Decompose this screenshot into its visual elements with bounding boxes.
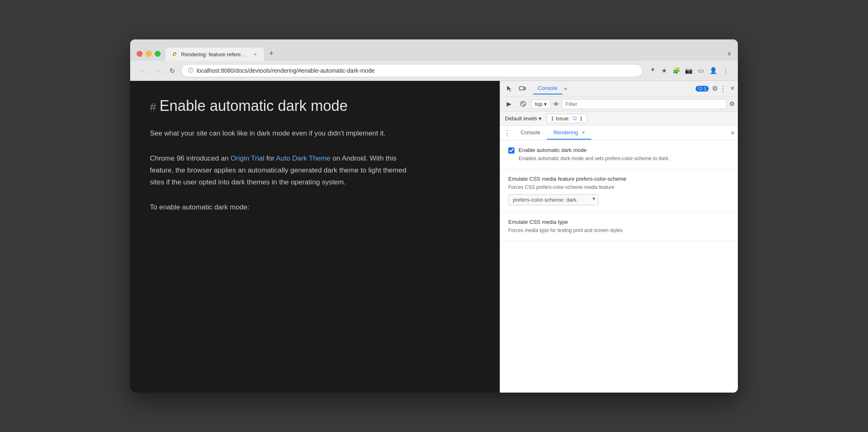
- block-icon: [520, 101, 526, 107]
- panel-more-button[interactable]: ⋮: [503, 129, 511, 138]
- tab-title: Rendering: feature reference -: [181, 51, 248, 57]
- collapse-button[interactable]: ∨: [727, 50, 731, 57]
- extensions-button[interactable]: 🧩: [671, 65, 682, 76]
- para-3: To enable automatic dark mode:: [150, 202, 413, 214]
- color-scheme-section: Emulate CSS media feature prefers-color-…: [500, 169, 738, 212]
- badge-count: 1: [704, 86, 706, 91]
- close-button[interactable]: [137, 51, 142, 57]
- devtools-camera-button[interactable]: 📷: [683, 65, 694, 76]
- color-scheme-select[interactable]: prefers-color-scheme: no-preference pref…: [508, 194, 599, 205]
- devtools-toolbar: Console » 🗨 1 ⚙ ⋮ ×: [500, 81, 738, 97]
- page-heading: # Enable automatic dark mode: [150, 97, 480, 115]
- minimize-button[interactable]: [146, 51, 152, 57]
- dark-mode-checkbox-row: Enable automatic dark mode Enables autom…: [508, 147, 730, 162]
- dark-mode-checkbox[interactable]: [508, 147, 514, 154]
- chrome-favicon-icon: [171, 51, 178, 57]
- page-content: # Enable automatic dark mode See what yo…: [130, 81, 500, 393]
- console-settings-button[interactable]: ⚙: [729, 100, 735, 108]
- forward-button[interactable]: →: [152, 65, 163, 76]
- main-content: # Enable automatic dark mode See what yo…: [130, 81, 738, 393]
- title-bar: Rendering: feature reference - × + ∨: [130, 39, 738, 61]
- device-icon: [519, 85, 526, 92]
- issues-count: 1: [580, 115, 583, 122]
- devtools-close-button[interactable]: ×: [730, 84, 735, 93]
- default-levels-button[interactable]: Default levels ▾: [505, 115, 542, 122]
- heading-text: Enable automatic dark mode: [160, 97, 348, 115]
- panel-tabs: ⋮ Console Rendering × ×: [500, 126, 738, 140]
- origin-trial-link[interactable]: Origin Trial: [231, 154, 264, 162]
- svg-rect-3: [649, 71, 654, 71]
- bookmark-button[interactable]: ★: [658, 65, 670, 76]
- svg-rect-4: [519, 87, 524, 90]
- auto-dark-theme-link[interactable]: Auto Dark Theme: [276, 154, 331, 162]
- levels-bar: Default levels ▾ 1 Issue: 🗨 1: [500, 112, 738, 126]
- svg-line-7: [521, 102, 525, 106]
- dark-mode-title: Enable automatic dark mode: [519, 147, 670, 153]
- address-bar: ← → ↻ ⓘ localhost:8080/docs/devtools/ren…: [130, 61, 738, 81]
- media-type-title: Emulate CSS media type: [508, 219, 730, 225]
- para2-before: Chrome 96 introduced an: [150, 154, 231, 162]
- media-type-section: Emulate CSS media type Forces media type…: [500, 212, 738, 241]
- issues-label: 1 Issue:: [551, 115, 570, 122]
- info-icon: ⓘ: [188, 67, 193, 74]
- devtools-panel: Console » 🗨 1 ⚙ ⋮ × ▶: [500, 81, 738, 393]
- sidebar-toggle-button[interactable]: ▶: [503, 98, 515, 110]
- devtools-more-tabs-button[interactable]: »: [563, 84, 569, 93]
- badge-icon: 🗨: [698, 86, 703, 91]
- rendering-panel-tab[interactable]: Rendering ×: [547, 126, 592, 140]
- tabs-area: Rendering: feature reference - × + ∨: [165, 48, 731, 61]
- context-label: top: [535, 101, 542, 107]
- back-button[interactable]: ←: [137, 65, 148, 76]
- devtools-tabs: Console »: [533, 83, 689, 94]
- para-1: See what your site can look like in dark…: [150, 128, 413, 140]
- dark-mode-section: Enable automatic dark mode Enables autom…: [500, 140, 738, 169]
- context-dropdown-icon: ▾: [544, 101, 547, 107]
- color-scheme-title: Emulate CSS media feature prefers-color-…: [508, 176, 730, 182]
- inspect-element-button[interactable]: [503, 83, 515, 94]
- devtools-console-tab[interactable]: Console: [533, 83, 563, 94]
- address-text: localhost:8080/docs/devtools/rendering/#…: [197, 67, 636, 74]
- issues-badge[interactable]: 1 Issue: 🗨 1: [547, 114, 587, 123]
- inspect-icon: [505, 85, 513, 92]
- traffic-lights: [137, 51, 161, 57]
- panel-close-button[interactable]: ×: [731, 129, 735, 137]
- svg-rect-5: [524, 87, 526, 90]
- color-scheme-desc: Forces CSS prefers-color-scheme media fe…: [508, 184, 730, 191]
- tab-close-button[interactable]: ×: [252, 51, 258, 57]
- refresh-button[interactable]: ↻: [166, 65, 178, 76]
- address-field[interactable]: ⓘ localhost:8080/docs/devtools/rendering…: [181, 64, 643, 77]
- chrome-menu-button[interactable]: ⋮: [720, 65, 731, 76]
- dark-mode-section-content: Enable automatic dark mode Enables autom…: [519, 147, 670, 162]
- clear-console-button[interactable]: [517, 98, 529, 110]
- devtools-menu-button[interactable]: ⋮: [719, 84, 727, 93]
- para-2: Chrome 96 introduced an Origin Trial for…: [150, 153, 413, 188]
- console-toolbar: ▶ top ▾ 👁 ⚙: [500, 97, 738, 112]
- color-scheme-select-wrapper: prefers-color-scheme: no-preference pref…: [508, 191, 599, 205]
- media-type-desc: Forces media type for testing print and …: [508, 227, 730, 234]
- console-filter-input[interactable]: [562, 99, 727, 109]
- active-tab[interactable]: Rendering: feature reference - ×: [165, 48, 264, 61]
- para2-mid: for: [266, 154, 276, 162]
- maximize-button[interactable]: [155, 51, 161, 57]
- issues-icon: 🗨: [572, 116, 577, 122]
- rendering-tab-close[interactable]: ×: [582, 130, 585, 136]
- devtools-messages-badge[interactable]: 🗨 1: [696, 86, 709, 92]
- live-expressions-button[interactable]: 👁: [553, 101, 559, 108]
- rendering-content: Enable automatic dark mode Enables autom…: [500, 140, 738, 393]
- new-tab-button[interactable]: +: [266, 48, 277, 59]
- console-panel-tab[interactable]: Console: [514, 126, 547, 140]
- context-selector[interactable]: top ▾: [531, 99, 551, 109]
- split-view-button[interactable]: ▭: [695, 65, 707, 76]
- devtools-settings-button[interactable]: ⚙: [712, 85, 718, 92]
- device-toggle-button[interactable]: [517, 83, 528, 94]
- share-icon: [648, 67, 655, 74]
- address-actions: ★ 🧩 📷 ▭ 👤 ⋮: [646, 65, 731, 76]
- browser-window: Rendering: feature reference - × + ∨ ← →…: [130, 39, 738, 393]
- svg-point-2: [174, 53, 176, 55]
- dark-mode-desc: Enables automatic dark mode and sets pre…: [519, 155, 670, 162]
- profile-button[interactable]: 👤: [707, 65, 719, 76]
- share-button[interactable]: [646, 65, 657, 76]
- heading-hash: #: [150, 101, 156, 114]
